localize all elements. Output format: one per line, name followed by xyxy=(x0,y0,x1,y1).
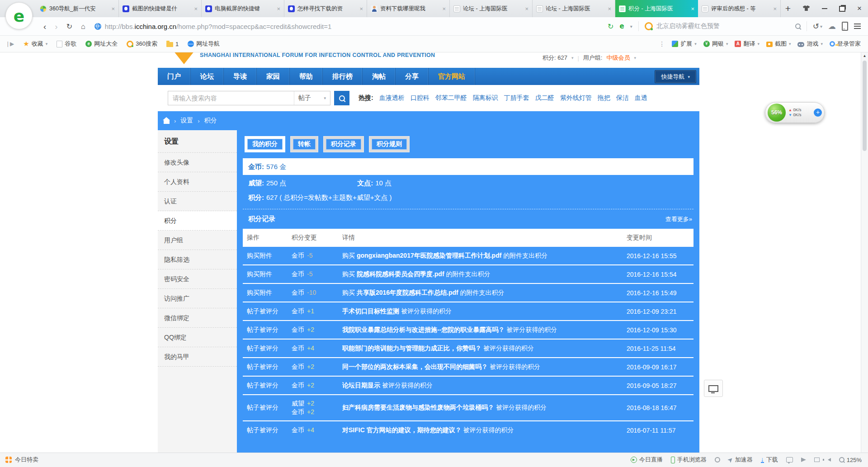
sidebar-item-qq[interactable]: QQ绑定 xyxy=(158,328,237,347)
sidebar-item-verify[interactable]: 认证 xyxy=(158,192,237,211)
new-tab-button[interactable]: + xyxy=(785,4,791,13)
favorites-menu[interactable]: ★收藏▾ xyxy=(23,40,47,48)
search-category-select[interactable]: 帖子▾ xyxy=(294,91,330,105)
home-icon[interactable] xyxy=(164,120,170,124)
nav-item-forum[interactable]: 论坛 xyxy=(191,68,224,85)
tab-close-icon[interactable]: × xyxy=(359,5,363,12)
minimize-button[interactable] xyxy=(822,8,827,9)
browser-tab[interactable]: 怎样寻找下载的资× xyxy=(284,0,367,17)
browser-tab-active[interactable]: 积分 - 上海国际医× xyxy=(615,0,698,17)
window-close-button[interactable]: × xyxy=(857,4,862,13)
search-input[interactable] xyxy=(168,91,294,105)
hot-link[interactable]: 邻苯二甲醛 xyxy=(435,94,467,102)
sidebar-item-wechat[interactable]: 微信绑定 xyxy=(158,308,237,328)
browser-tab[interactable]: 论坛 - 上海国际医× xyxy=(450,0,533,17)
tab-credit-record[interactable]: 积分记录 xyxy=(323,136,364,152)
sidebar-toggle-icon[interactable]: ❘▶ xyxy=(5,41,14,47)
hot-link[interactable]: 口腔科 xyxy=(410,94,429,102)
skin-button[interactable] xyxy=(802,5,810,13)
back-button[interactable]: ‹ xyxy=(43,22,46,31)
bookmark-item[interactable]: 网址导航 xyxy=(188,40,220,48)
sidebar-item-profile[interactable]: 个人资料 xyxy=(158,172,237,192)
menu-icon[interactable] xyxy=(854,24,861,29)
thread-link[interactable]: 对SIFIC 官方网站的建议，期待您的建议？ xyxy=(342,426,462,434)
restore-button[interactable] xyxy=(839,6,845,12)
360-engine-icon[interactable]: e xyxy=(620,22,624,30)
browser-tab[interactable]: 论坛 - 上海国际医× xyxy=(533,0,615,17)
sidebar-item-alt-account[interactable]: 我的马甲 xyxy=(158,347,237,367)
today-deals[interactable]: 今日特卖 xyxy=(5,453,38,467)
nav-item-portal[interactable]: 门户 xyxy=(158,68,191,85)
thread-link[interactable]: 论坛日期显示 xyxy=(342,382,380,389)
browser-tab[interactable]: 360导航_新一代安× xyxy=(36,0,119,17)
nav-item-guide[interactable]: 导读 xyxy=(224,68,257,85)
speed-mode-button[interactable] xyxy=(715,457,720,462)
attachment-link[interactable]: gongxiangban2017年医院感染管理科工作计划.pdf xyxy=(357,252,501,259)
hot-link[interactable]: 保洁 xyxy=(616,94,629,102)
screenshot-menu[interactable]: 截图▾ xyxy=(766,40,791,48)
nav-item-help[interactable]: 帮助 xyxy=(290,68,323,85)
hot-link[interactable]: 紫外线灯管 xyxy=(560,94,592,102)
live-button[interactable]: ▶今日直播 xyxy=(631,456,663,464)
tab-close-icon[interactable]: × xyxy=(525,5,528,12)
nav-item-ranking[interactable]: 排行榜 xyxy=(323,68,363,85)
hot-link[interactable]: 隔离标识 xyxy=(473,94,498,102)
tab-close-icon[interactable]: × xyxy=(277,5,280,12)
scrollbar-thumb[interactable] xyxy=(863,61,867,151)
thread-link[interactable]: 我院职业暴露总结分析与改进措施--您院的职业暴露高吗？ xyxy=(342,326,505,333)
scroll-top-button[interactable] xyxy=(704,380,723,397)
booster-button[interactable]: 加速器 xyxy=(728,456,753,464)
mute-button[interactable] xyxy=(828,458,831,462)
tab-close-icon[interactable]: × xyxy=(608,5,611,12)
send-page-button[interactable] xyxy=(801,458,806,462)
cloud-sync-icon[interactable]: ☁ xyxy=(828,22,836,31)
usergroup-value[interactable]: 中级会员 xyxy=(606,54,630,62)
quick-nav-button[interactable]: 快捷导航▾ xyxy=(655,70,696,83)
breadcrumb-credit[interactable]: 积分 xyxy=(204,117,217,125)
games-menu[interactable]: 游戏▾ xyxy=(797,40,823,48)
attachment-link[interactable]: 共享版2016年度院感科工作总结.pdf xyxy=(357,289,458,296)
nav-item-taotie[interactable]: 淘帖 xyxy=(363,68,396,85)
hot-link[interactable]: 戊二醛 xyxy=(535,94,554,102)
tab-close-icon[interactable]: × xyxy=(773,5,777,12)
overflow-icon[interactable]: ⋮ xyxy=(659,40,665,47)
extensions-menu[interactable]: 扩展▾ xyxy=(672,40,697,48)
speed-widget[interactable]: 56% ▲ 0K/s ▼ 0K/s + xyxy=(765,102,825,123)
hot-link[interactable]: 血液透析 xyxy=(379,94,405,102)
translate-menu[interactable]: A翻译▾ xyxy=(735,40,760,48)
nav-item-official-site[interactable]: 官方网站 xyxy=(429,68,475,85)
nav-item-home[interactable]: 家园 xyxy=(257,68,290,85)
download-button[interactable]: ↓下载 xyxy=(761,456,778,464)
browser-search-box[interactable]: 北京启动雾霾红色预警 xyxy=(645,22,801,30)
hot-link[interactable]: 血透 xyxy=(635,94,647,102)
scrollbar-up-icon[interactable]: ▲ xyxy=(861,52,868,60)
browser-tab[interactable]: 截图的快捷键是什× xyxy=(119,0,202,17)
browser-tab[interactable]: 电脑截屏的快捷键× xyxy=(202,0,284,17)
attachment-link[interactable]: 院感科院感科委员会四季度.pdf xyxy=(357,270,444,278)
forward-button[interactable]: › xyxy=(55,22,57,31)
messages-button[interactable] xyxy=(786,457,793,462)
sidebar-item-credit[interactable]: 积分 xyxy=(158,211,237,231)
browser-tab[interactable]: 评审后的感想 - 等× xyxy=(698,0,781,17)
thread-link[interactable]: 手术切口目标性监测 xyxy=(342,307,399,315)
tab-close-icon[interactable]: × xyxy=(691,5,694,12)
breadcrumb-settings[interactable]: 设置 xyxy=(180,117,193,125)
search-button[interactable] xyxy=(334,91,349,105)
window-mode-button[interactable] xyxy=(814,458,820,462)
home-button[interactable]: ⌂ xyxy=(81,22,85,31)
mobile-sync-icon[interactable] xyxy=(842,22,848,31)
page-scrollbar[interactable]: ▲ xyxy=(861,52,868,453)
nav-item-share[interactable]: 分享 xyxy=(396,68,429,85)
memory-ball[interactable]: 56% xyxy=(768,104,786,122)
browser-tab[interactable]: 资料下载哪里呢我× xyxy=(367,0,450,17)
sidebar-item-password[interactable]: 密码安全 xyxy=(158,269,237,289)
view-more-link[interactable]: 查看更多» xyxy=(665,215,692,223)
browser-logo[interactable]: e xyxy=(5,2,33,29)
hot-link[interactable]: 丁腈手套 xyxy=(504,94,529,102)
zoom-control[interactable]: 125% xyxy=(839,457,862,463)
tab-credit-rules[interactable]: 积分规则 xyxy=(369,136,410,152)
refresh-button[interactable]: ↻ xyxy=(66,22,72,31)
thread-link[interactable]: 职能部门的培训能力与管理能力成正比，你赞吗？ xyxy=(342,344,481,352)
bookmark-folder[interactable]: 1 xyxy=(166,41,179,47)
mobile-browser-button[interactable]: 手机浏览器 xyxy=(671,456,707,464)
